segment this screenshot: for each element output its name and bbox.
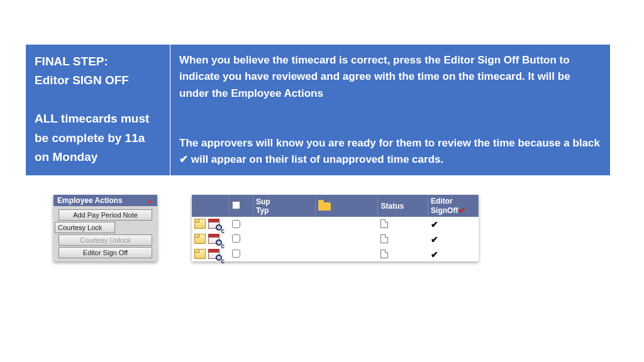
file-icon[interactable]	[194, 219, 206, 229]
row-folder	[316, 232, 378, 247]
header-icons-col	[192, 195, 230, 217]
instruction-para2a: The approvers will know you are ready fo…	[179, 137, 600, 149]
row-checkbox-cell	[230, 232, 253, 247]
calendar-icon[interactable]	[208, 219, 219, 229]
instruction-right-cell: When you believe the timecard is correct…	[170, 45, 611, 176]
calendar-icon[interactable]	[208, 234, 219, 244]
final-step-heading: FINAL STEP: Editor SIGN OFF	[35, 52, 161, 90]
row-checkbox-cell	[230, 247, 253, 262]
table-row[interactable]: ✔	[192, 217, 479, 232]
row-status	[378, 232, 428, 247]
header-sup-typ[interactable]: Sup Typ	[253, 195, 315, 217]
row-checkbox[interactable]	[232, 250, 240, 258]
row-suptyp	[253, 247, 315, 262]
deadline-text: ALL timecards must be complete by 11a on…	[35, 109, 161, 167]
instruction-para1: When you believe the timecard is correct…	[179, 52, 601, 102]
file-icon[interactable]	[194, 249, 206, 259]
instruction-table: FINAL STEP: Editor SIGN OFF ALL timecard…	[25, 44, 611, 176]
header-sup: Sup	[256, 197, 270, 206]
courtesy-lock-button[interactable]: Courtesy Lock	[55, 222, 115, 233]
header-select-all[interactable]	[230, 195, 253, 217]
sort-indicator-icon: ✔	[459, 206, 466, 215]
instruction-left-cell: FINAL STEP: Editor SIGN OFF ALL timecard…	[26, 45, 170, 176]
final-step-line2: Editor SIGN OFF	[35, 74, 129, 87]
row-checkbox[interactable]	[232, 234, 240, 243]
table-row[interactable]: ✔	[192, 232, 479, 247]
header-editor-signoff[interactable]: Editor SignOff✔	[428, 195, 479, 217]
timecard-status-table: Sup Typ Status Editor SignOff✔ ✔	[192, 195, 479, 261]
checkmark-icon: ✔	[179, 153, 188, 165]
select-all-checkbox[interactable]	[232, 201, 240, 209]
row-suptyp	[253, 217, 315, 232]
file-icon[interactable]	[194, 234, 206, 244]
row-folder	[316, 247, 378, 262]
row-signoff: ✔	[428, 247, 479, 262]
folder-icon	[318, 202, 331, 211]
row-suptyp	[253, 232, 315, 247]
collapse-icon[interactable]: ▲	[147, 197, 153, 204]
row-signoff: ✔	[428, 232, 479, 247]
add-pay-period-note-button[interactable]: Add Pay Period Note	[58, 209, 152, 221]
page-icon	[380, 219, 388, 228]
row-status	[378, 247, 428, 262]
instruction-para2: The approvers will know you are ready fo…	[179, 135, 601, 168]
header-typ: Typ	[256, 206, 269, 215]
final-step-line1: FINAL STEP:	[35, 55, 108, 68]
header-folder-col[interactable]	[316, 195, 378, 217]
row-status	[378, 217, 428, 232]
row-folder	[316, 217, 378, 232]
courtesy-unlock-button: Courtesy Unlock	[58, 234, 152, 246]
header-editor-l1: Editor	[431, 197, 453, 206]
signoff-checkmark-icon: ✔	[431, 219, 438, 229]
table-row[interactable]: ✔	[192, 247, 479, 262]
page-icon	[380, 250, 388, 258]
row-signoff: ✔	[428, 217, 479, 232]
employee-actions-panel: Employee Actions ▲ Add Pay Period Note C…	[53, 195, 157, 261]
header-editor-l2: SignOff	[431, 206, 458, 215]
employee-actions-title: Employee Actions	[57, 196, 123, 205]
signoff-checkmark-icon: ✔	[431, 250, 438, 260]
row-checkbox[interactable]	[232, 220, 240, 228]
signoff-checkmark-icon: ✔	[431, 234, 438, 244]
page-icon	[380, 234, 388, 243]
row-icons	[192, 217, 230, 232]
instruction-para2b: will appear on their list of unapproved …	[188, 153, 443, 165]
row-checkbox-cell	[230, 217, 253, 232]
header-status[interactable]: Status	[378, 195, 428, 217]
calendar-icon[interactable]	[208, 249, 219, 259]
editor-sign-off-button[interactable]: Editor Sign Off	[58, 247, 152, 258]
employee-actions-header[interactable]: Employee Actions ▲	[53, 195, 157, 206]
